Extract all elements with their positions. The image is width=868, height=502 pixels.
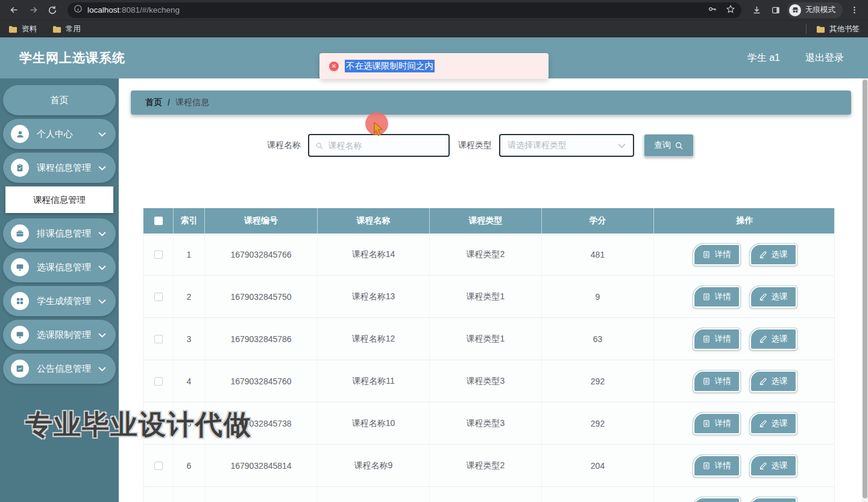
pencil-icon: [759, 419, 767, 428]
detail-button[interactable]: 详情: [693, 328, 741, 351]
row-checkbox[interactable]: [154, 293, 163, 301]
table-row: 6 1679032845814 课程名称9 课程类型2 204 详情 选课: [143, 445, 834, 487]
sidebar-item-5[interactable]: 学生成绩管理: [3, 286, 116, 316]
cell-name: 课程名称10: [318, 402, 430, 444]
monitor-icon: [11, 326, 29, 344]
cell-index: 5: [174, 402, 205, 444]
address-bar[interactable]: localhost:8081/#/kecheng: [68, 2, 741, 18]
sidebar-subitem-course-info[interactable]: 课程信息管理: [5, 186, 113, 213]
cell-type: [430, 487, 542, 502]
select-course-button[interactable]: 选课: [749, 328, 797, 351]
clipboard-icon: [11, 159, 29, 177]
course-name-input[interactable]: [328, 141, 442, 150]
col-header-code: 课程编号: [205, 208, 318, 234]
breadcrumb-home[interactable]: 首页: [145, 97, 162, 108]
browser-toolbar: localhost:8081/#/kecheng 无痕模式: [0, 0, 868, 20]
bookmark-folder-1[interactable]: 常用: [52, 24, 81, 34]
breadcrumb-current: 课程信息: [175, 97, 209, 108]
incognito-icon: [789, 4, 801, 16]
site-info-icon[interactable]: [74, 4, 83, 16]
cell-type: 课程类型3: [430, 360, 542, 402]
reload-icon[interactable]: [45, 2, 60, 18]
document-icon: [702, 335, 711, 343]
page: localhost:8081/#/kecheng 无痕模式 资: [0, 0, 868, 502]
pencil-icon: [759, 462, 767, 470]
row-checkbox[interactable]: [154, 335, 163, 343]
sidebar-item-4[interactable]: 选课信息管理: [3, 252, 116, 282]
query-button[interactable]: 查询: [644, 134, 694, 157]
course-type-label: 课程类型: [458, 140, 492, 151]
detail-button[interactable]: 详情: [693, 454, 741, 477]
cell-index: 6: [174, 445, 205, 486]
sidebar-item-6[interactable]: 选课限制管理: [3, 320, 116, 350]
cell-code: 1679032845786: [205, 318, 318, 360]
select-all-checkbox[interactable]: [154, 217, 163, 225]
cell-name: 课程名称12: [318, 318, 430, 360]
cell-index: 1: [174, 234, 205, 275]
cell-type: 课程类型3: [430, 402, 542, 444]
cell-name: 课程名称13: [318, 276, 430, 317]
sidebar-item-3[interactable]: 排课信息管理: [3, 218, 116, 249]
side-panel-icon[interactable]: [768, 2, 784, 18]
user-icon: [11, 125, 29, 143]
chevron-down-icon: [618, 143, 626, 148]
sidebar-item-7[interactable]: 公告信息管理: [3, 354, 116, 384]
table-row: 3 1679032845786 课程名称12 课程类型1 63 详情 选课: [143, 318, 834, 360]
row-checkbox[interactable]: [154, 250, 163, 259]
pencil-icon: [759, 250, 767, 259]
detail-button[interactable]: 详情: [693, 285, 741, 308]
select-course-button[interactable]: 选课: [749, 412, 797, 435]
bookmark-folder-0[interactable]: 资料: [8, 24, 37, 34]
chevron-down-icon: [98, 231, 106, 237]
detail-button[interactable]: 详情: [693, 243, 741, 266]
forward-icon[interactable]: [25, 2, 41, 18]
select-course-button[interactable]: 选课: [749, 497, 797, 502]
password-key-icon[interactable]: [708, 4, 717, 16]
breadcrumb: 首页 / 课程信息: [131, 91, 851, 115]
search-icon: [315, 141, 323, 150]
cell-credit: [542, 487, 654, 502]
chevron-down-icon: [98, 332, 106, 338]
detail-button[interactable]: 详情: [693, 412, 741, 435]
row-checkbox[interactable]: [154, 462, 163, 470]
course-type-select[interactable]: 请选择课程类型: [499, 134, 634, 157]
cell-credit: 292: [542, 402, 654, 444]
table-row: 4 1679032845760 课程名称11 课程类型3 292 详情 选课: [143, 360, 834, 402]
sidebar-menu: 首页 个人中心 课程信息管理 课程信息管理 排课信息管理 选课信息管理 学生成绩…: [0, 78, 119, 502]
scrollbar[interactable]: [862, 78, 868, 502]
col-header-credit: 学分: [542, 208, 654, 234]
scrollbar-thumb[interactable]: [863, 80, 867, 498]
download-icon[interactable]: [749, 2, 764, 18]
table-header: 索引 课程编号 课程名称 课程类型 学分 操作: [143, 208, 834, 234]
detail-button[interactable]: 详情: [693, 497, 741, 502]
select-course-button[interactable]: 选课: [749, 454, 797, 477]
detail-button[interactable]: 详情: [693, 370, 741, 393]
grid-icon: [11, 292, 29, 310]
chrome-menu-icon[interactable]: [846, 2, 862, 18]
bookmark-star-icon[interactable]: [726, 4, 735, 16]
cell-name: 课程名称14: [318, 234, 430, 275]
select-course-button[interactable]: 选课: [749, 243, 797, 266]
main-content: 首页 / 课程信息 课程名称 课程类型 请选择课程类型 查询: [119, 78, 868, 502]
logout-link[interactable]: 退出登录: [805, 52, 844, 65]
back-icon[interactable]: [6, 2, 22, 18]
incognito-badge: 无痕模式: [787, 2, 843, 18]
cell-type: 课程类型2: [430, 234, 542, 275]
folder-icon: [8, 25, 17, 33]
col-header-name: 课程名称: [318, 208, 430, 234]
select-course-button[interactable]: 选课: [749, 285, 797, 308]
select-course-button[interactable]: 选课: [749, 370, 797, 393]
cursor-icon: [373, 122, 387, 140]
sidebar-item-0[interactable]: 首页: [3, 85, 116, 115]
breadcrumb-separator: /: [168, 98, 170, 107]
cell-name: 课程名称11: [318, 360, 430, 402]
cell-type: 课程类型2: [430, 445, 542, 486]
sidebar-item-2[interactable]: 课程信息管理: [3, 153, 116, 183]
document-icon: [702, 419, 711, 428]
row-checkbox[interactable]: [154, 377, 163, 386]
col-header-type: 课程类型: [430, 208, 542, 234]
other-bookmarks[interactable]: 其他书签: [816, 24, 860, 34]
sidebar-item-1[interactable]: 个人中心: [3, 119, 116, 149]
row-checkbox[interactable]: [154, 419, 163, 428]
document-icon: [702, 462, 711, 470]
